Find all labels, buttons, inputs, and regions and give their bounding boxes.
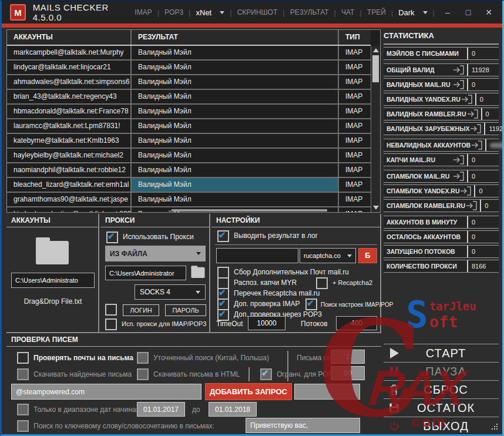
- check-mail-checkbox[interactable]: [17, 352, 29, 364]
- stat-label: ВАЛИДНЫХ RAMBLER.RU: [384, 110, 466, 118]
- app-title: MAILS CHECKER 4.5.0.0: [33, 2, 135, 22]
- cell-account: brian_43@talktalk.net:regency43: [7, 90, 132, 103]
- table-row[interactable]: lindycar@talktalk.net:linjocar21Валидный…: [7, 61, 371, 75]
- table-row[interactable]: lauramcc@talktalk.net:Lpm87831!Валидный …: [7, 119, 371, 134]
- download-html-checkbox[interactable]: [137, 368, 149, 380]
- start-button[interactable]: СТАРТ: [384, 344, 499, 362]
- scrollbar-thumb[interactable]: [372, 55, 379, 82]
- password-button[interactable]: ПАРОЛЬ: [165, 304, 206, 316]
- export-arrow-icon[interactable]: [452, 65, 465, 75]
- stat-label: МЭЙЛОВ С ПИСЬМАМИ: [384, 50, 467, 57]
- vertical-scrollbar[interactable]: [371, 46, 380, 212]
- export-arrow-icon[interactable]: [459, 186, 472, 196]
- captcha-service-dropdown[interactable]: rucaptcha.co: [300, 248, 356, 263]
- proxy-type-dropdown[interactable]: SOCKS 4: [135, 284, 206, 300]
- column-header-accounts[interactable]: АККАУНТЫ: [7, 30, 132, 45]
- scroll-up-icon[interactable]: [373, 48, 379, 52]
- stat-value: 0: [475, 93, 504, 105]
- query-input[interactable]: [11, 384, 201, 400]
- maximize-button[interactable]: □: [461, 8, 476, 17]
- column-header-type[interactable]: ТИП: [339, 30, 371, 45]
- cell-type: IMAP: [339, 119, 371, 133]
- export-arrow-icon[interactable]: [469, 124, 482, 133]
- date-to-input[interactable]: [209, 402, 257, 417]
- refined-search-checkbox[interactable]: [137, 352, 149, 364]
- download-found-checkbox[interactable]: [17, 368, 29, 380]
- pop3-limit-checkbox[interactable]: [260, 368, 272, 380]
- pause-button[interactable]: ПАУЗА: [384, 362, 499, 380]
- minimize-button[interactable]: –: [440, 8, 455, 17]
- column-header-result[interactable]: РЕЗУЛЬТАТ: [132, 30, 339, 45]
- cell-type: IMAP: [339, 90, 371, 103]
- keyword-search-checkbox[interactable]: [17, 420, 29, 432]
- scroll-down-icon[interactable]: [373, 206, 379, 210]
- timeout-input[interactable]: [248, 316, 285, 330]
- export-arrow-icon[interactable]: [466, 109, 479, 119]
- cell-account: lauramcc@talktalk.net:Lpm87831!: [7, 119, 132, 133]
- menu-pop3[interactable]: POP3: [164, 8, 183, 16]
- menu-screenshot[interactable]: СКРИНШОТ: [237, 8, 278, 16]
- table-row[interactable]: markcampbell@talktalk.net:MurphyВалидный…: [7, 46, 371, 61]
- cell-account: markcampbell@talktalk.net:Murphy: [7, 46, 132, 59]
- cell-result: Валидный Мэйл: [132, 163, 339, 177]
- remainder-label: ОСТАТОК: [405, 401, 487, 415]
- reset-label: СБРОС: [405, 383, 487, 397]
- table-row[interactable]: hayleybielby@talktalk.net:michael2Валидн…: [7, 149, 371, 163]
- menu-result[interactable]: РЕЗУЛЬТАТ: [290, 8, 329, 16]
- add-query-button[interactable]: ДОБАВИТЬ ЗАПРОС: [205, 383, 292, 400]
- table-row[interactable]: katebyrne@talktalk.net:Kmlb1963Валидный …: [7, 134, 371, 149]
- export-arrow-icon[interactable]: [465, 201, 478, 210]
- keyword-input[interactable]: [246, 418, 360, 433]
- folder-icon[interactable]: [32, 235, 72, 267]
- imap-settings-search-checkbox[interactable]: [305, 299, 317, 310]
- table-row[interactable]: hbmacdonald@talktalk.net:France78Валидны…: [7, 105, 371, 119]
- date-range-checkbox[interactable]: [17, 404, 29, 415]
- horizontal-scrollbar-thumb[interactable]: [172, 209, 327, 212]
- date-from-input[interactable]: [137, 402, 185, 417]
- resize-grip[interactable]: [496, 428, 498, 430]
- menu-imap[interactable]: IMAP: [135, 8, 152, 16]
- balance-button[interactable]: Б: [358, 248, 377, 263]
- table-row[interactable]: naomiandphil@talktalk.net:robbie12Валидн…: [7, 163, 371, 178]
- remainder-button[interactable]: ОСТАТОК: [384, 398, 499, 417]
- menu-xnet-dropdown[interactable]: xNet: [196, 8, 212, 17]
- pop3-limit-input[interactable]: [331, 366, 365, 380]
- threads-input[interactable]: [336, 316, 377, 330]
- use-proxy-label: Использовать Прокси: [123, 233, 194, 241]
- query-list-box[interactable]: [294, 384, 360, 400]
- close-button[interactable]: ✕: [481, 8, 496, 17]
- login-button[interactable]: ЛОГИН: [123, 304, 159, 316]
- export-arrow-icon[interactable]: [461, 95, 473, 104]
- table-row[interactable]: ahmadwales@talktalk.net:simpsons6Валидны…: [7, 75, 371, 90]
- download-found-label: Скачивать найденные письма: [33, 370, 132, 378]
- menu-chat[interactable]: ЧАТ: [341, 8, 354, 16]
- chevron-down-icon: [196, 252, 201, 255]
- recaptcha2-checkbox[interactable]: [316, 277, 328, 289]
- menu-tray[interactable]: ТРЕЙ: [367, 8, 386, 16]
- use-proxy-checkbox[interactable]: [106, 232, 118, 243]
- proxy-source-dropdown[interactable]: ИЗ ФАЙЛА: [105, 246, 206, 261]
- captcha-key-input[interactable]: [216, 248, 298, 263]
- collect-extra-mail-checkbox[interactable]: [217, 267, 229, 279]
- browse-folder-icon[interactable]: [190, 264, 206, 280]
- table-row[interactable]: brian_43@talktalk.net:regency43Валидный …: [7, 90, 371, 105]
- reset-button[interactable]: СБРОС: [384, 380, 499, 398]
- proxy-auth-checkbox[interactable]: [105, 304, 117, 316]
- accounts-path-input[interactable]: [11, 273, 95, 288]
- log-output-checkbox[interactable]: [217, 230, 229, 242]
- threads-label: Потоков: [301, 320, 328, 328]
- letters-from-input[interactable]: [331, 350, 365, 364]
- proxy-path-input[interactable]: [105, 266, 186, 280]
- export-arrow-icon[interactable]: [452, 155, 465, 165]
- export-arrow-icon[interactable]: [452, 80, 465, 89]
- pop3-check-checkbox[interactable]: [217, 309, 229, 321]
- table-row-selected[interactable]: bleached_lizard@talktalk.net:emh1alВалид…: [7, 178, 371, 193]
- proxy-imap-pop3-checkbox[interactable]: [105, 318, 117, 330]
- export-arrow-icon[interactable]: [471, 140, 483, 150]
- theme-selector[interactable]: Dark: [398, 8, 414, 17]
- table-row[interactable]: grahamthomas90@talktalk.net:jaspeВалидны…: [7, 193, 371, 207]
- stat-value: 0: [467, 154, 499, 166]
- app-window: M MAILS CHECKER 4.5.0.0 IMAP | POP3 | xN…: [0, 0, 504, 436]
- exit-button[interactable]: ВЫХОД: [384, 417, 499, 435]
- export-arrow-icon[interactable]: [452, 172, 465, 181]
